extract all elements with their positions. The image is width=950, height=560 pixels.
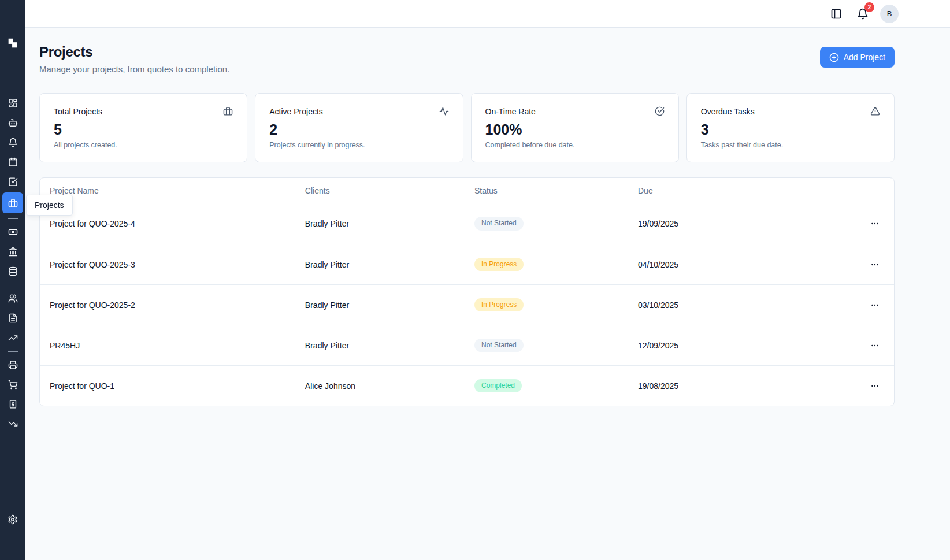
sidebar-item-reports[interactable] [3,329,22,346]
stat-card: Active Projects 2 Projects currently in … [255,93,463,162]
stat-card-value: 5 [54,121,233,138]
table-row[interactable]: Project for QUO-1 Alice Johnson Complete… [40,365,894,406]
stats-cards: Total Projects 5 All projects created. A… [39,93,895,162]
sidebar-divider [8,351,18,352]
stat-card-label: Total Projects [54,107,102,116]
stat-card: Total Projects 5 All projects created. [39,93,247,162]
sidebar-item-expenses[interactable] [3,395,22,413]
panel-toggle-icon[interactable] [827,5,845,23]
sidebar-item-bank[interactable] [3,243,22,260]
sidebar-nav [2,94,23,435]
column-header-status: Status [474,186,638,195]
client-cell: Bradly Pitter [305,301,474,310]
table-row[interactable]: Project for QUO-2025-3 Bradly Pitter In … [40,244,894,284]
sidebar-divider [8,285,18,285]
status-badge: Not Started [474,217,524,231]
stat-card-label: Overdue Tasks [701,107,755,116]
row-actions-ellipsis-icon[interactable] [866,336,884,355]
projects-table: Project Name Clients Status Due Project … [39,177,895,406]
alert-triangle-icon [870,106,880,116]
stat-card: On-Time Rate 100% Completed before due d… [471,93,679,162]
due-date-cell: 19/08/2025 [638,381,852,391]
sidebar [0,0,25,560]
circle-check-icon [655,106,665,116]
status-badge: In Progress [474,258,524,272]
sidebar-item-purchases[interactable] [3,376,22,393]
sidebar-item-projects[interactable] [2,192,23,213]
sidebar-item-data[interactable] [3,262,22,280]
table-header-row: Project Name Clients Status Due [40,178,894,203]
page-header: Projects Manage your projects, from quot… [39,44,895,74]
row-actions-ellipsis-icon[interactable] [866,214,884,233]
main-content: Projects Manage your projects, from quot… [25,28,950,406]
stat-card-description: Completed before due date. [485,141,665,149]
app-logo-icon [6,37,19,50]
settings-icon[interactable] [3,510,22,529]
status-badge: In Progress [474,298,524,312]
row-actions-ellipsis-icon[interactable] [866,296,884,314]
sidebar-item-clients[interactable] [3,290,22,307]
client-cell: Bradly Pitter [305,219,474,228]
sidebar-item-assistant[interactable] [3,114,22,131]
stat-card-description: All projects created. [54,141,233,149]
project-name-cell: Project for QUO-2025-2 [50,301,305,310]
due-date-cell: 03/10/2025 [638,301,852,310]
sidebar-item-tasks[interactable] [3,173,22,190]
stat-card-value: 100% [485,121,665,138]
stat-card-description: Projects currently in progress. [269,141,448,149]
add-project-button[interactable]: Add Project [820,47,895,68]
sidebar-item-payments[interactable] [3,223,22,240]
notification-count-badge: 2 [864,2,874,12]
due-date-cell: 19/09/2025 [638,219,852,228]
table-row[interactable]: Project for QUO-2025-4 Bradly Pitter Not… [40,203,894,244]
sidebar-item-costs[interactable] [3,415,22,432]
notifications-bell-icon[interactable]: 2 [853,5,872,23]
due-date-cell: 04/10/2025 [638,260,852,269]
sidebar-item-suppliers[interactable] [3,356,22,373]
due-date-cell: 12/09/2025 [638,341,852,350]
client-cell: Bradly Pitter [305,341,474,350]
page-title: Projects [39,44,229,60]
project-name-cell: Project for QUO-1 [50,381,305,391]
page-subtitle: Manage your projects, from quotes to com… [39,64,229,74]
sidebar-tooltip: Projects [26,195,73,216]
project-name-cell: PR45HJ [50,341,305,350]
row-actions-ellipsis-icon[interactable] [866,377,884,395]
circle-plus-icon [829,53,839,62]
status-badge: Not Started [474,339,524,353]
sidebar-item-notifications[interactable] [3,133,22,151]
sidebar-item-documents[interactable] [3,309,22,327]
stat-card-label: On-Time Rate [485,107,536,116]
table-row[interactable]: Project for QUO-2025-2 Bradly Pitter In … [40,284,894,325]
row-actions-ellipsis-icon[interactable] [866,255,884,274]
client-cell: Alice Johnson [305,381,474,391]
sidebar-item-calendar[interactable] [3,153,22,170]
stat-card: Overdue Tasks 3 Tasks past their due dat… [686,93,895,162]
client-cell: Bradly Pitter [305,260,474,269]
column-header-project-name: Project Name [50,186,305,195]
briefcase-icon [223,106,233,116]
topbar: 2 B [25,0,950,28]
stat-card-value: 3 [701,121,880,138]
project-name-cell: Project for QUO-2025-4 [50,219,305,228]
column-header-due: Due [638,186,852,195]
stat-card-description: Tasks past their due date. [701,141,880,149]
activity-icon [439,106,449,116]
sidebar-item-dashboard[interactable] [3,94,22,112]
stat-card-label: Active Projects [269,107,323,116]
table-row[interactable]: PR45HJ Bradly Pitter Not Started 12/09/2… [40,325,894,365]
status-badge: Completed [474,379,522,393]
add-project-label: Add Project [844,53,885,62]
sidebar-divider [8,218,18,219]
project-name-cell: Project for QUO-2025-3 [50,260,305,269]
user-avatar[interactable]: B [880,5,899,23]
stat-card-value: 2 [269,121,448,138]
column-header-clients: Clients [305,186,474,195]
